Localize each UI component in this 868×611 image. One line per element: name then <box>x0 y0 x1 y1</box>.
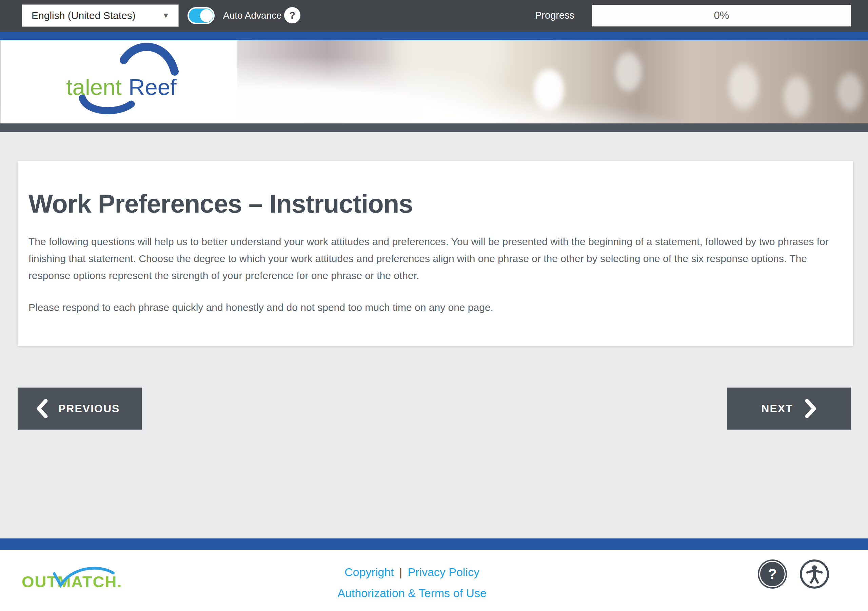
logo-text-reef: Reef <box>129 74 177 100</box>
footer-links-row-1: Copyright|Privacy Policy <box>337 564 487 580</box>
instructions-paragraph-2: Please respond to each phrase quickly an… <box>28 299 842 316</box>
chevron-down-icon: ▼ <box>162 11 169 20</box>
auto-advance-help-icon[interactable]: ? <box>284 7 301 23</box>
authorization-terms-link[interactable]: Authorization & Terms of Use <box>337 586 487 600</box>
logo-swoosh-top <box>124 47 175 71</box>
privacy-policy-link[interactable]: Privacy Policy <box>408 566 479 578</box>
chevron-left-icon <box>36 399 48 419</box>
auto-advance-label: Auto Advance <box>223 10 282 21</box>
topbar: English (United States) ▼ Auto Advance ?… <box>0 0 868 31</box>
instructions-card: Work Preferences – Instructions The foll… <box>18 161 853 346</box>
instructions-paragraph-1: The following questions will help us to … <box>28 233 842 284</box>
page-title: Work Preferences – Instructions <box>28 161 842 219</box>
footer-links: Copyright|Privacy Policy Authorization &… <box>337 564 487 601</box>
progress-value: 0% <box>714 9 729 22</box>
talentreef-logo: talent Reef <box>1 40 237 123</box>
logo-text-talent: talent <box>66 74 122 100</box>
footer-help-button[interactable]: ? <box>758 560 787 589</box>
toggle-knob <box>200 9 213 22</box>
auto-advance-toggle[interactable] <box>188 7 215 24</box>
logo-swoosh-bottom <box>82 98 131 111</box>
next-button-label: NEXT <box>761 402 793 415</box>
header-divider-band <box>0 123 868 132</box>
previous-button[interactable]: PREVIOUS <box>18 388 142 430</box>
chevron-right-icon <box>804 399 817 419</box>
footer-links-row-2: Authorization & Terms of Use <box>337 585 487 601</box>
previous-button-label: PREVIOUS <box>58 402 120 415</box>
accent-strip-top <box>0 31 868 40</box>
next-button[interactable]: NEXT <box>727 388 851 430</box>
progress-label: Progress <box>535 10 574 21</box>
language-select-value: English (United States) <box>31 10 136 21</box>
language-select[interactable]: English (United States) ▼ <box>22 5 179 27</box>
copyright-link[interactable]: Copyright <box>344 566 394 578</box>
accessibility-button[interactable] <box>800 560 829 589</box>
outmatch-logo: OUTMATCH. <box>21 561 123 595</box>
talentreef-logo-graphic: talent Reef <box>35 43 184 114</box>
accessibility-person-icon <box>803 563 826 585</box>
progress-bar: 0% <box>592 5 851 26</box>
footer-link-separator: | <box>400 566 403 578</box>
header-banner: talent Reef <box>0 40 868 123</box>
main-content: Work Preferences – Instructions The foll… <box>0 132 868 538</box>
footer: OUTMATCH. Copyright|Privacy Policy Autho… <box>0 550 868 611</box>
question-mark-icon: ? <box>760 562 784 586</box>
accent-strip-bottom <box>0 538 868 550</box>
